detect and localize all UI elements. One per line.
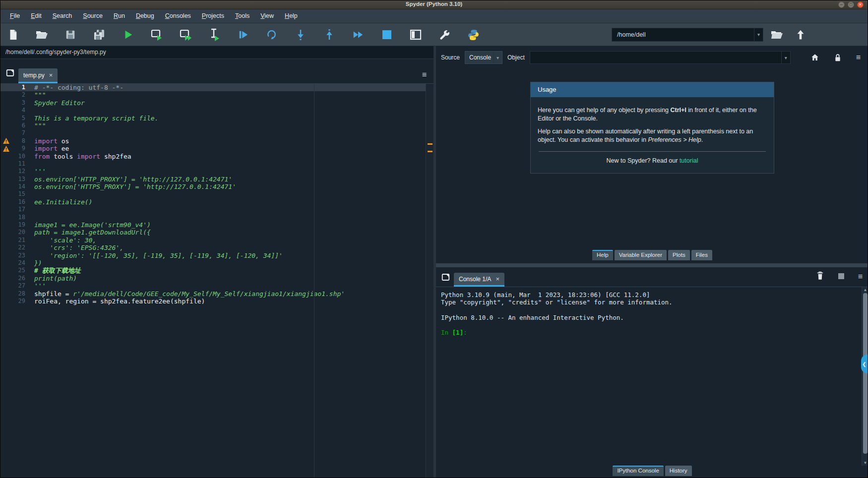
menu-item-search[interactable]: Search: [47, 9, 78, 23]
code-line[interactable]: 13os.environ['HTTP_PROXY'] = 'http://127…: [0, 176, 434, 183]
code-line[interactable]: 21 'scale': 30,: [0, 237, 434, 244]
maximize-pane-icon[interactable]: [409, 28, 422, 41]
code-line[interactable]: 12''': [0, 168, 434, 175]
object-combo[interactable]: ▾: [530, 51, 791, 64]
warning-icon[interactable]: [0, 138, 11, 144]
step-out-icon[interactable]: [323, 28, 336, 41]
trash-icon[interactable]: [816, 271, 824, 283]
code-line[interactable]: 22 'crs': 'EPSG:4326',: [0, 244, 434, 251]
tab-help[interactable]: Help: [592, 250, 613, 260]
browse-tabs-icon[interactable]: [5, 68, 15, 79]
code-line[interactable]: 16ee.Initialize(): [0, 198, 434, 206]
code-line[interactable]: 4: [0, 107, 434, 114]
tab-variable-explorer[interactable]: Variable Explorer: [615, 250, 667, 260]
step-into-icon[interactable]: [294, 28, 307, 41]
code-line[interactable]: 15: [0, 190, 434, 198]
home-icon[interactable]: [809, 53, 820, 62]
chevron-down-icon[interactable]: ▾: [781, 52, 790, 63]
close-tab-icon[interactable]: ×: [49, 72, 53, 78]
tab-plots[interactable]: Plots: [668, 250, 690, 260]
code-line[interactable]: 24}): [0, 259, 434, 267]
parent-directory-icon[interactable]: [794, 28, 807, 41]
chevron-down-icon[interactable]: ▾: [754, 28, 763, 41]
open-file-icon[interactable]: [35, 28, 48, 41]
tab-files[interactable]: Files: [691, 250, 712, 260]
warning-icon[interactable]: [0, 146, 11, 152]
stop-icon[interactable]: [380, 28, 393, 41]
code-line[interactable]: 20path = image1.getDownloadUrl({: [0, 229, 434, 236]
code-line[interactable]: 1# -*- coding: utf-8 -*-: [0, 84, 434, 91]
console-scrollbar[interactable]: ▲ ▼: [862, 287, 868, 466]
run-icon[interactable]: [122, 28, 134, 41]
code-editor[interactable]: 1# -*- coding: utf-8 -*-2"""3Spyder Edit…: [0, 84, 434, 478]
save-icon[interactable]: [64, 28, 77, 41]
code-line[interactable]: 9import ee: [0, 145, 434, 152]
tab-history[interactable]: History: [665, 466, 692, 476]
menu-item-file[interactable]: File: [4, 9, 25, 23]
new-file-icon[interactable]: [6, 28, 19, 41]
menu-item-source[interactable]: Source: [77, 9, 108, 23]
source-combo[interactable]: Console ▾: [465, 51, 502, 64]
code-line[interactable]: 17: [0, 206, 434, 213]
scrollbar-thumb[interactable]: [863, 293, 868, 454]
run-selection-icon[interactable]: [208, 28, 221, 41]
fast-forward-icon[interactable]: [352, 28, 365, 41]
menu-item-tools[interactable]: Tools: [230, 9, 255, 23]
code-line[interactable]: 8import os: [0, 137, 434, 145]
close-tab-icon[interactable]: ×: [496, 276, 499, 282]
console-output[interactable]: Python 3.10.9 (main, Mar 1 2023, 18:23:0…: [436, 287, 868, 466]
open-directory-icon[interactable]: [770, 28, 783, 41]
scroll-warning-mark[interactable]: [428, 151, 433, 152]
menu-item-run[interactable]: Run: [108, 9, 130, 23]
chevron-down-icon[interactable]: ▾: [493, 52, 502, 63]
console-prompt[interactable]: In [1]:: [441, 329, 857, 336]
tab-temp-py[interactable]: temp.py ×: [18, 68, 58, 83]
menu-item-projects[interactable]: Projects: [196, 9, 230, 23]
minimize-icon[interactable]: –: [838, 1, 845, 8]
code-line[interactable]: 11: [0, 160, 434, 168]
code-line[interactable]: 28shpfile = r'/media/dell/Code/GEE_code/…: [0, 290, 434, 298]
maximize-icon[interactable]: □: [848, 1, 854, 8]
interrupt-square-icon[interactable]: [838, 272, 844, 281]
code-line[interactable]: 6""": [0, 122, 434, 129]
code-line[interactable]: 26print(path): [0, 275, 434, 282]
tab-ipython-console[interactable]: IPython Console: [613, 466, 663, 476]
menu-item-consoles[interactable]: Consoles: [160, 9, 196, 23]
editor-scrollbar[interactable]: [426, 84, 434, 478]
code-line[interactable]: 2""": [0, 91, 434, 99]
editor-options-menu-icon[interactable]: ≡: [422, 70, 427, 79]
scroll-warning-mark[interactable]: [428, 143, 433, 145]
scroll-down-icon[interactable]: ▼: [862, 461, 868, 465]
code-line[interactable]: 10from tools import shp2fea: [0, 153, 434, 160]
python-logo-icon[interactable]: [467, 28, 480, 41]
menu-item-edit[interactable]: Edit: [25, 9, 47, 23]
run-cell-icon[interactable]: [150, 28, 163, 41]
scroll-up-icon[interactable]: ▲: [862, 288, 868, 292]
collapse-panel-icon[interactable]: ❮: [861, 355, 868, 373]
menu-item-help[interactable]: Help: [279, 9, 303, 23]
working-directory-combo[interactable]: /home/dell ▾: [612, 28, 763, 42]
close-icon[interactable]: ×: [857, 1, 864, 8]
code-line[interactable]: 5This is a temporary script file.: [0, 115, 434, 122]
code-line[interactable]: 18: [0, 214, 434, 221]
lock-icon[interactable]: [832, 53, 843, 62]
code-line[interactable]: 27''': [0, 282, 434, 290]
tab-console-1a[interactable]: Console 1/A ×: [454, 273, 504, 287]
tutorial-link[interactable]: tutorial: [680, 157, 698, 164]
menu-item-debug[interactable]: Debug: [130, 9, 160, 23]
debug-file-icon[interactable]: [237, 28, 249, 41]
menu-icon[interactable]: ≡: [858, 272, 863, 281]
horizontal-splitter[interactable]: [436, 263, 868, 267]
continue-icon[interactable]: [265, 28, 278, 41]
code-line[interactable]: 3Spyder Editor: [0, 99, 434, 107]
menu-item-view[interactable]: View: [255, 9, 279, 23]
code-line[interactable]: 23 'region': '[[-120, 35], [-119, 35], […: [0, 252, 434, 259]
preferences-wrench-icon[interactable]: [438, 28, 451, 41]
help-options-menu-icon[interactable]: ≡: [856, 53, 861, 62]
code-line[interactable]: 19image1 = ee.Image('srtm90_v4'): [0, 221, 434, 229]
code-line[interactable]: 25# 获取下载地址: [0, 267, 434, 274]
code-line[interactable]: 29roiFea, region = shp2fea.feature2ee(sh…: [0, 298, 434, 305]
run-cell-advance-icon[interactable]: [179, 28, 192, 41]
code-line[interactable]: 14os.environ['HTTPS_PROXY'] = 'http://12…: [0, 183, 434, 190]
browse-tabs-icon[interactable]: [441, 273, 450, 284]
